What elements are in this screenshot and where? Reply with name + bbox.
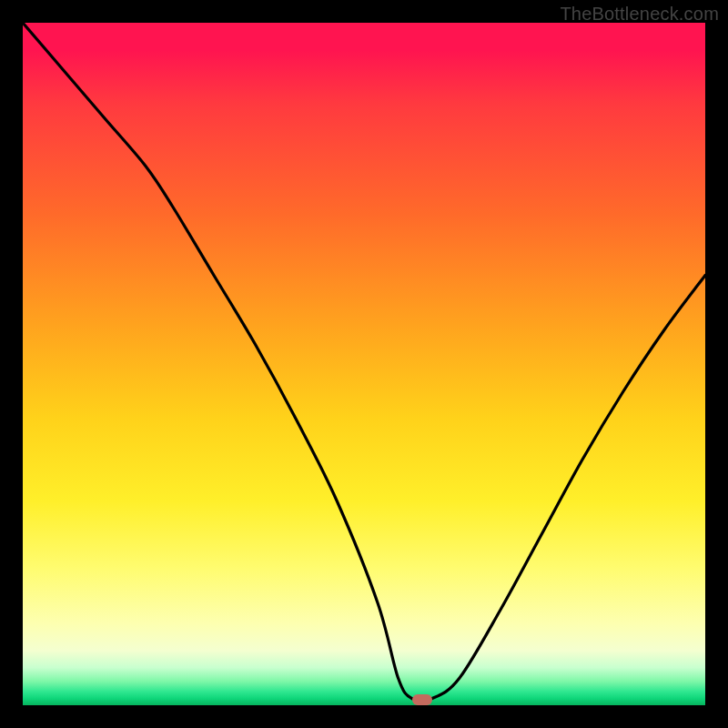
plot-area [23,23,705,705]
chart-frame: TheBottleneck.com [0,0,728,728]
bottleneck-curve [23,23,705,705]
optimum-marker [412,694,432,705]
watermark-text: TheBottleneck.com [560,4,719,25]
